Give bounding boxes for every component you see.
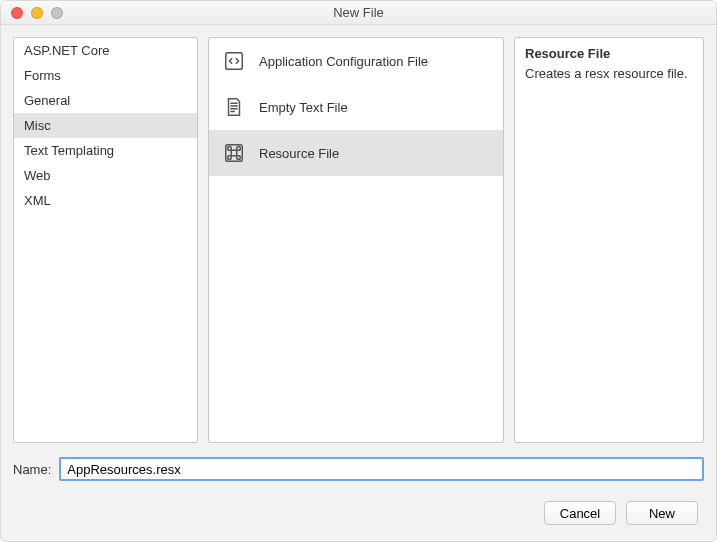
template-item[interactable]: Application Configuration File bbox=[209, 38, 503, 84]
category-item[interactable]: Misc bbox=[14, 113, 197, 138]
panels: ASP.NET CoreFormsGeneralMiscText Templat… bbox=[13, 37, 704, 443]
new-file-dialog: New File ASP.NET CoreFormsGeneralMiscTex… bbox=[0, 0, 717, 542]
code-icon bbox=[221, 48, 247, 74]
document-icon bbox=[221, 94, 247, 120]
category-item-label: ASP.NET Core bbox=[24, 43, 110, 58]
category-item-label: XML bbox=[24, 193, 51, 208]
name-row: Name: bbox=[13, 457, 704, 481]
category-item[interactable]: XML bbox=[14, 188, 197, 213]
category-item[interactable]: Text Templating bbox=[14, 138, 197, 163]
name-label: Name: bbox=[13, 462, 51, 477]
template-item[interactable]: Empty Text File bbox=[209, 84, 503, 130]
category-item-label: General bbox=[24, 93, 70, 108]
window-title: New File bbox=[1, 5, 716, 20]
category-item[interactable]: ASP.NET Core bbox=[14, 38, 197, 63]
category-item[interactable]: Web bbox=[14, 163, 197, 188]
template-item-label: Application Configuration File bbox=[259, 54, 428, 69]
category-item[interactable]: Forms bbox=[14, 63, 197, 88]
template-list: Application Configuration FileEmpty Text… bbox=[208, 37, 504, 443]
titlebar: New File bbox=[1, 1, 716, 25]
svg-rect-0 bbox=[226, 53, 243, 70]
new-button[interactable]: New bbox=[626, 501, 698, 525]
category-item-label: Web bbox=[24, 168, 51, 183]
category-item-label: Text Templating bbox=[24, 143, 114, 158]
cancel-button[interactable]: Cancel bbox=[544, 501, 616, 525]
template-item-label: Resource File bbox=[259, 146, 339, 161]
button-row: Cancel New bbox=[13, 501, 704, 529]
command-icon bbox=[221, 140, 247, 166]
category-item-label: Forms bbox=[24, 68, 61, 83]
template-item[interactable]: Resource File bbox=[209, 130, 503, 176]
category-item-label: Misc bbox=[24, 118, 51, 133]
details-title: Resource File bbox=[525, 46, 693, 61]
details-panel: Resource File Creates a resx resource fi… bbox=[514, 37, 704, 443]
name-input[interactable] bbox=[59, 457, 704, 481]
details-description: Creates a resx resource file. bbox=[525, 65, 693, 83]
template-item-label: Empty Text File bbox=[259, 100, 348, 115]
category-item[interactable]: General bbox=[14, 88, 197, 113]
category-list: ASP.NET CoreFormsGeneralMiscText Templat… bbox=[13, 37, 198, 443]
dialog-body: ASP.NET CoreFormsGeneralMiscText Templat… bbox=[1, 25, 716, 541]
